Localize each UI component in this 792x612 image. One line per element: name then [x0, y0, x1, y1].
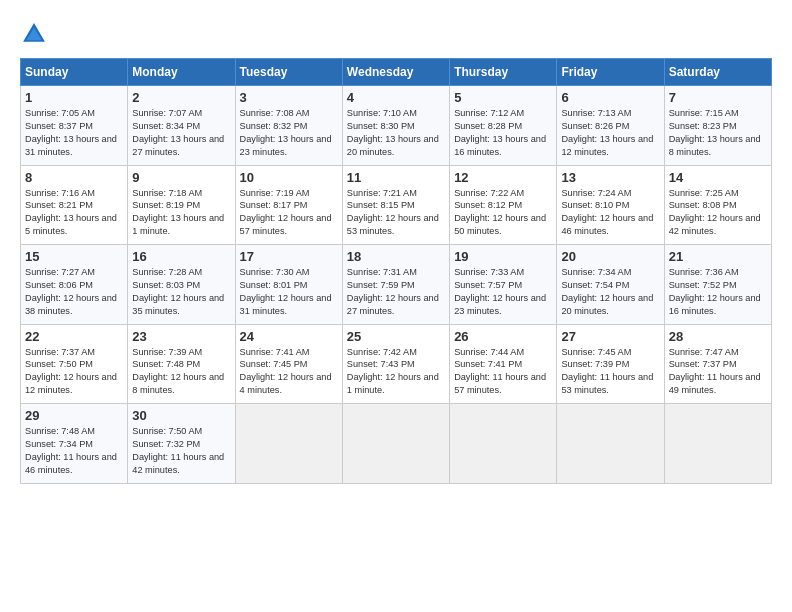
- day-header-monday: Monday: [128, 59, 235, 86]
- cell-content: Sunrise: 7:47 AMSunset: 7:37 PMDaylight:…: [669, 346, 767, 398]
- cell-content: Sunrise: 7:19 AMSunset: 8:17 PMDaylight:…: [240, 187, 338, 239]
- day-number: 19: [454, 249, 552, 264]
- cell-content: Sunrise: 7:16 AMSunset: 8:21 PMDaylight:…: [25, 187, 123, 239]
- day-number: 13: [561, 170, 659, 185]
- day-number: 11: [347, 170, 445, 185]
- day-number: 2: [132, 90, 230, 105]
- calendar-cell: 20Sunrise: 7:34 AMSunset: 7:54 PMDayligh…: [557, 245, 664, 325]
- day-number: 29: [25, 408, 123, 423]
- calendar-cell: 23Sunrise: 7:39 AMSunset: 7:48 PMDayligh…: [128, 324, 235, 404]
- calendar-cell: 4Sunrise: 7:10 AMSunset: 8:30 PMDaylight…: [342, 86, 449, 166]
- calendar-cell: 10Sunrise: 7:19 AMSunset: 8:17 PMDayligh…: [235, 165, 342, 245]
- cell-content: Sunrise: 7:37 AMSunset: 7:50 PMDaylight:…: [25, 346, 123, 398]
- cell-content: Sunrise: 7:15 AMSunset: 8:23 PMDaylight:…: [669, 107, 767, 159]
- cell-content: Sunrise: 7:12 AMSunset: 8:28 PMDaylight:…: [454, 107, 552, 159]
- cell-content: Sunrise: 7:31 AMSunset: 7:59 PMDaylight:…: [347, 266, 445, 318]
- cell-content: Sunrise: 7:24 AMSunset: 8:10 PMDaylight:…: [561, 187, 659, 239]
- day-number: 9: [132, 170, 230, 185]
- day-number: 22: [25, 329, 123, 344]
- calendar-cell: 18Sunrise: 7:31 AMSunset: 7:59 PMDayligh…: [342, 245, 449, 325]
- calendar-cell: 13Sunrise: 7:24 AMSunset: 8:10 PMDayligh…: [557, 165, 664, 245]
- calendar-cell: 22Sunrise: 7:37 AMSunset: 7:50 PMDayligh…: [21, 324, 128, 404]
- calendar-cell: [450, 404, 557, 484]
- calendar-cell: 17Sunrise: 7:30 AMSunset: 8:01 PMDayligh…: [235, 245, 342, 325]
- day-number: 4: [347, 90, 445, 105]
- day-number: 7: [669, 90, 767, 105]
- cell-content: Sunrise: 7:13 AMSunset: 8:26 PMDaylight:…: [561, 107, 659, 159]
- calendar-cell: 11Sunrise: 7:21 AMSunset: 8:15 PMDayligh…: [342, 165, 449, 245]
- day-number: 20: [561, 249, 659, 264]
- calendar-header-row: SundayMondayTuesdayWednesdayThursdayFrid…: [21, 59, 772, 86]
- cell-content: Sunrise: 7:48 AMSunset: 7:34 PMDaylight:…: [25, 425, 123, 477]
- calendar-cell: 28Sunrise: 7:47 AMSunset: 7:37 PMDayligh…: [664, 324, 771, 404]
- cell-content: Sunrise: 7:42 AMSunset: 7:43 PMDaylight:…: [347, 346, 445, 398]
- calendar-cell: [664, 404, 771, 484]
- day-number: 23: [132, 329, 230, 344]
- calendar-table: SundayMondayTuesdayWednesdayThursdayFrid…: [20, 58, 772, 484]
- calendar-cell: 3Sunrise: 7:08 AMSunset: 8:32 PMDaylight…: [235, 86, 342, 166]
- day-number: 26: [454, 329, 552, 344]
- day-number: 18: [347, 249, 445, 264]
- cell-content: Sunrise: 7:08 AMSunset: 8:32 PMDaylight:…: [240, 107, 338, 159]
- cell-content: Sunrise: 7:28 AMSunset: 8:03 PMDaylight:…: [132, 266, 230, 318]
- day-number: 10: [240, 170, 338, 185]
- calendar-cell: 12Sunrise: 7:22 AMSunset: 8:12 PMDayligh…: [450, 165, 557, 245]
- day-header-saturday: Saturday: [664, 59, 771, 86]
- calendar-cell: 6Sunrise: 7:13 AMSunset: 8:26 PMDaylight…: [557, 86, 664, 166]
- calendar-week-row: 22Sunrise: 7:37 AMSunset: 7:50 PMDayligh…: [21, 324, 772, 404]
- logo: [20, 20, 52, 48]
- day-header-wednesday: Wednesday: [342, 59, 449, 86]
- calendar-cell: 29Sunrise: 7:48 AMSunset: 7:34 PMDayligh…: [21, 404, 128, 484]
- day-number: 25: [347, 329, 445, 344]
- cell-content: Sunrise: 7:07 AMSunset: 8:34 PMDaylight:…: [132, 107, 230, 159]
- calendar-cell: 1Sunrise: 7:05 AMSunset: 8:37 PMDaylight…: [21, 86, 128, 166]
- calendar-cell: [557, 404, 664, 484]
- calendar-cell: 7Sunrise: 7:15 AMSunset: 8:23 PMDaylight…: [664, 86, 771, 166]
- cell-content: Sunrise: 7:39 AMSunset: 7:48 PMDaylight:…: [132, 346, 230, 398]
- page-header: [20, 20, 772, 48]
- day-header-friday: Friday: [557, 59, 664, 86]
- day-number: 5: [454, 90, 552, 105]
- day-number: 12: [454, 170, 552, 185]
- calendar-cell: [342, 404, 449, 484]
- day-number: 17: [240, 249, 338, 264]
- day-number: 28: [669, 329, 767, 344]
- day-header-sunday: Sunday: [21, 59, 128, 86]
- cell-content: Sunrise: 7:44 AMSunset: 7:41 PMDaylight:…: [454, 346, 552, 398]
- calendar-cell: 19Sunrise: 7:33 AMSunset: 7:57 PMDayligh…: [450, 245, 557, 325]
- day-number: 16: [132, 249, 230, 264]
- calendar-cell: 15Sunrise: 7:27 AMSunset: 8:06 PMDayligh…: [21, 245, 128, 325]
- cell-content: Sunrise: 7:50 AMSunset: 7:32 PMDaylight:…: [132, 425, 230, 477]
- day-number: 30: [132, 408, 230, 423]
- calendar-cell: 2Sunrise: 7:07 AMSunset: 8:34 PMDaylight…: [128, 86, 235, 166]
- calendar-cell: 14Sunrise: 7:25 AMSunset: 8:08 PMDayligh…: [664, 165, 771, 245]
- cell-content: Sunrise: 7:45 AMSunset: 7:39 PMDaylight:…: [561, 346, 659, 398]
- calendar-cell: 21Sunrise: 7:36 AMSunset: 7:52 PMDayligh…: [664, 245, 771, 325]
- cell-content: Sunrise: 7:22 AMSunset: 8:12 PMDaylight:…: [454, 187, 552, 239]
- cell-content: Sunrise: 7:18 AMSunset: 8:19 PMDaylight:…: [132, 187, 230, 239]
- calendar-cell: 30Sunrise: 7:50 AMSunset: 7:32 PMDayligh…: [128, 404, 235, 484]
- day-number: 3: [240, 90, 338, 105]
- day-number: 14: [669, 170, 767, 185]
- logo-icon: [20, 20, 48, 48]
- calendar-week-row: 8Sunrise: 7:16 AMSunset: 8:21 PMDaylight…: [21, 165, 772, 245]
- cell-content: Sunrise: 7:36 AMSunset: 7:52 PMDaylight:…: [669, 266, 767, 318]
- cell-content: Sunrise: 7:05 AMSunset: 8:37 PMDaylight:…: [25, 107, 123, 159]
- cell-content: Sunrise: 7:33 AMSunset: 7:57 PMDaylight:…: [454, 266, 552, 318]
- calendar-week-row: 29Sunrise: 7:48 AMSunset: 7:34 PMDayligh…: [21, 404, 772, 484]
- day-number: 8: [25, 170, 123, 185]
- day-number: 27: [561, 329, 659, 344]
- day-number: 6: [561, 90, 659, 105]
- day-header-tuesday: Tuesday: [235, 59, 342, 86]
- cell-content: Sunrise: 7:10 AMSunset: 8:30 PMDaylight:…: [347, 107, 445, 159]
- calendar-cell: 25Sunrise: 7:42 AMSunset: 7:43 PMDayligh…: [342, 324, 449, 404]
- calendar-cell: 26Sunrise: 7:44 AMSunset: 7:41 PMDayligh…: [450, 324, 557, 404]
- calendar-cell: 9Sunrise: 7:18 AMSunset: 8:19 PMDaylight…: [128, 165, 235, 245]
- calendar-week-row: 1Sunrise: 7:05 AMSunset: 8:37 PMDaylight…: [21, 86, 772, 166]
- calendar-cell: [235, 404, 342, 484]
- cell-content: Sunrise: 7:25 AMSunset: 8:08 PMDaylight:…: [669, 187, 767, 239]
- cell-content: Sunrise: 7:21 AMSunset: 8:15 PMDaylight:…: [347, 187, 445, 239]
- day-number: 24: [240, 329, 338, 344]
- calendar-cell: 24Sunrise: 7:41 AMSunset: 7:45 PMDayligh…: [235, 324, 342, 404]
- cell-content: Sunrise: 7:34 AMSunset: 7:54 PMDaylight:…: [561, 266, 659, 318]
